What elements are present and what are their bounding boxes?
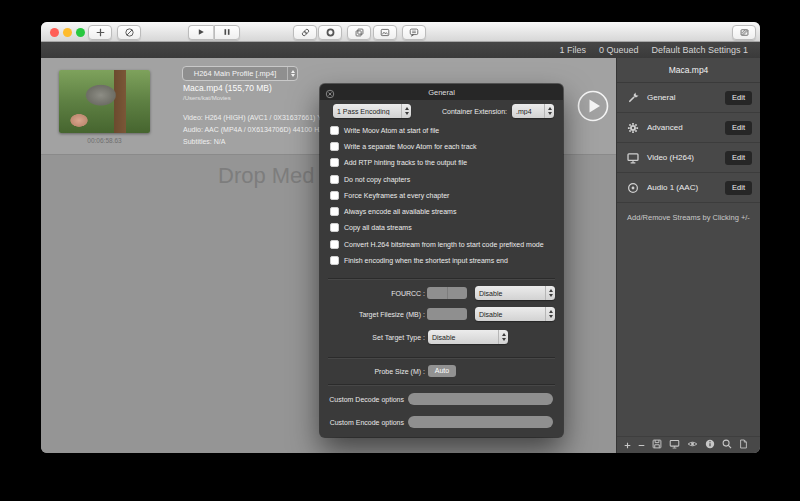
checkbox-row[interactable]: Copy all data streams — [330, 220, 557, 236]
pass-encoding-select[interactable]: 1 Pass Encoding — [333, 104, 411, 118]
log-button[interactable] — [402, 25, 426, 40]
container-extension-select[interactable]: .mp4 — [512, 104, 554, 118]
stepper-icon — [498, 330, 508, 344]
queued-count: 0 Queued — [599, 45, 639, 55]
set-target-type-label: Set Target Type : — [320, 334, 425, 341]
add-file-button[interactable] — [88, 25, 112, 40]
play-icon — [196, 27, 206, 37]
gear-icon — [625, 121, 640, 135]
close-window-button[interactable] — [50, 28, 59, 37]
cancel-button[interactable] — [117, 25, 141, 40]
checkbox-row[interactable]: Do not copy chapters — [330, 171, 557, 187]
checkbox-row[interactable]: Always encode all available streams — [330, 203, 557, 219]
start-encoding-button[interactable] — [188, 25, 214, 40]
stepper-icon — [287, 67, 297, 80]
drop-zone-label: Drop Med — [218, 163, 315, 189]
dialog-titlebar: General — [320, 84, 563, 100]
fourcc-field[interactable] — [427, 287, 467, 299]
sidebar-bottom-toolbar — [617, 436, 760, 453]
duration-label: 00:06:58.63 — [59, 137, 150, 144]
document-icon — [738, 438, 749, 453]
files-count: 1 Files — [559, 45, 586, 55]
custom-encode-field[interactable] — [408, 416, 553, 428]
add-stream-button[interactable] — [623, 438, 632, 453]
appearance-toggle-button[interactable] — [732, 25, 756, 40]
checkbox[interactable] — [330, 142, 339, 151]
general-settings-dialog: General 1 Pass Encoding Container Extens… — [320, 84, 563, 437]
edit-video-button[interactable]: Edit — [725, 151, 752, 165]
batch-settings-label[interactable]: Default Batch Settings 1 — [651, 45, 748, 55]
checkbox[interactable] — [330, 240, 339, 249]
sidebar-item-label: Audio 1 (AAC) — [647, 183, 718, 192]
sidebar-item-label: Video (H264) — [647, 153, 718, 162]
sidebar-item-general[interactable]: General Edit — [617, 83, 760, 113]
custom-decode-field[interactable] — [408, 393, 553, 405]
preview-button[interactable] — [373, 25, 397, 40]
info-button[interactable] — [704, 438, 716, 453]
checkbox-row[interactable]: Finish encoding when the shortest input … — [330, 252, 557, 268]
container-extension-label: Container Extension: — [437, 108, 507, 115]
pause-icon — [222, 27, 232, 37]
link-button[interactable] — [293, 25, 317, 40]
inspect-button[interactable] — [721, 438, 733, 453]
checkbox-row[interactable]: Add RTP hinting tracks to the output fil… — [330, 155, 557, 171]
sidebar-item-video[interactable]: Video (H264) Edit — [617, 143, 760, 173]
custom-encode-label: Custom Encode options — [320, 419, 404, 426]
preset-select[interactable]: H264 Main Profile [.mp4] — [182, 66, 298, 81]
stripes-icon — [739, 27, 750, 38]
minimize-window-button[interactable] — [63, 28, 72, 37]
plus-icon — [623, 438, 632, 453]
display-icon — [668, 438, 681, 453]
remove-stream-button[interactable] — [637, 438, 646, 453]
stepper-icon — [544, 104, 554, 118]
probe-auto-button[interactable]: Auto — [428, 365, 456, 377]
sidebar-item-audio[interactable]: Audio 1 (AAC) Edit — [617, 173, 760, 203]
eye-icon — [686, 438, 699, 453]
edit-advanced-button[interactable]: Edit — [725, 121, 752, 135]
checkbox-row[interactable]: Convert H.264 bitstream from length to s… — [330, 236, 557, 252]
checkbox-row[interactable]: Force Keyframes at every chapter — [330, 187, 557, 203]
checkbox-row[interactable]: Write a separate Moov Atom for each trac… — [330, 138, 557, 154]
edit-audio-button[interactable]: Edit — [725, 181, 752, 195]
checkbox[interactable] — [330, 175, 339, 184]
prohibition-icon — [124, 27, 135, 38]
checkbox[interactable] — [330, 191, 339, 200]
link-icon — [300, 27, 311, 38]
save-button[interactable] — [651, 438, 663, 453]
record-button[interactable] — [318, 25, 342, 40]
preview-eye-button[interactable] — [686, 438, 699, 453]
checkbox[interactable] — [330, 256, 339, 265]
batch-settings-button[interactable] — [347, 25, 371, 40]
toolbar — [41, 22, 760, 42]
set-target-type-select[interactable]: Disable — [428, 330, 508, 344]
stepper-icon — [545, 286, 555, 300]
checkbox[interactable] — [330, 158, 339, 167]
zoom-window-button[interactable] — [76, 28, 85, 37]
dialog-close-button[interactable] — [325, 87, 335, 97]
stepper-icon — [545, 307, 555, 321]
chat-icon — [408, 27, 420, 38]
fourcc-select[interactable]: Disable — [475, 286, 555, 300]
custom-decode-label: Custom Decode options — [320, 396, 404, 403]
sidebar-item-advanced[interactable]: Advanced Edit — [617, 113, 760, 143]
checkbox-row[interactable]: Write Moov Atom at start of file — [330, 122, 557, 138]
desktop: 1 Files 0 Queued Default Batch Settings … — [0, 0, 800, 501]
sidebar-item-label: General — [647, 93, 718, 102]
checkbox[interactable] — [330, 223, 339, 232]
pause-encoding-button[interactable] — [214, 25, 240, 40]
preview-play-button[interactable] — [577, 90, 609, 122]
edit-general-button[interactable]: Edit — [725, 91, 752, 105]
checkbox[interactable] — [330, 126, 339, 135]
display-button[interactable] — [668, 438, 681, 453]
checkbox[interactable] — [330, 207, 339, 216]
image-icon — [379, 27, 391, 38]
sidebar-hint: Add/Remove Streams by Clicking +/- — [617, 213, 760, 222]
dialog-body: 1 Pass Encoding Container Extension: .mp… — [320, 100, 563, 437]
plus-icon — [95, 27, 106, 38]
traffic-lights — [50, 28, 85, 37]
sidebar-file-title: Maca.mp4 — [617, 58, 760, 83]
document-button[interactable] — [738, 438, 749, 453]
target-filesize-select[interactable]: Disable — [475, 307, 555, 321]
settings-sidebar: Maca.mp4 General Edit Advanced Edit — [616, 58, 760, 453]
target-filesize-field[interactable] — [427, 308, 467, 320]
